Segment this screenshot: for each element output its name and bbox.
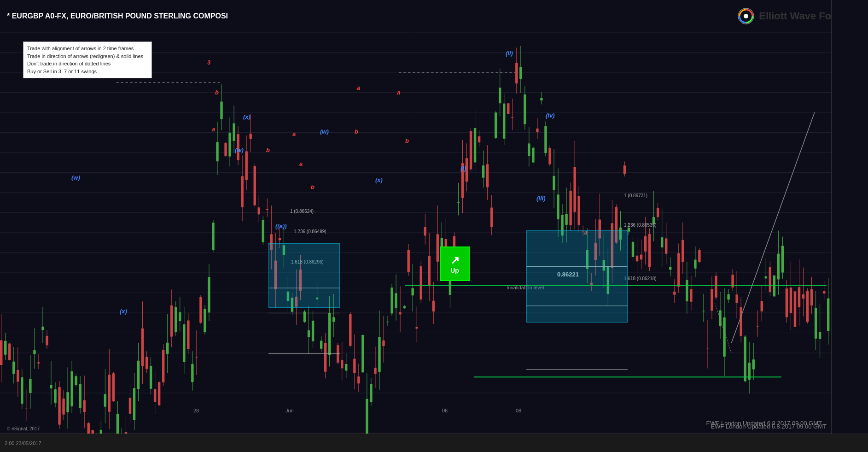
info-line-3: Don't trade in direction of dotted lines: [27, 60, 148, 68]
chart-title: * EURGBP A0-FX, EURO/BRITISH POUND STERL…: [7, 12, 738, 20]
cyan-box-2: [526, 230, 628, 323]
cyan-box-1: [268, 243, 340, 308]
up-arrow-icon: ↗: [450, 254, 460, 267]
bottom-time: 2:00 23/05/2017: [5, 440, 41, 446]
bottom-bar: 2:00 23/05/2017: [0, 434, 868, 452]
header-bar: * EURGBP A0-FX, EURO/BRITISH POUND STERL…: [0, 0, 868, 32]
esignal-label: © eSignal, 2017: [7, 426, 40, 431]
svg-point-1: [744, 14, 748, 18]
ewf-logo-icon: [738, 8, 754, 24]
up-label: Up: [450, 267, 459, 274]
chart-container: * EURGBP A0-FX, EURO/BRITISH POUND STERL…: [0, 0, 868, 452]
up-signal-box[interactable]: ↗ Up: [440, 247, 470, 281]
info-line-2: Trade in direction of arrows (red/green)…: [27, 53, 148, 60]
support-line: [405, 285, 827, 286]
timestamp-watermark: EWF London Updated 6.8.2017 09.00 GMT: [706, 420, 822, 427]
info-line-4: Buy or Sell in 3, 7 or 11 swings: [27, 68, 148, 76]
price-scale: [831, 0, 868, 452]
info-line-1: Trade with alignment of arrows in 2 time…: [27, 45, 148, 53]
info-box: Trade with alignment of arrows in 2 time…: [23, 41, 152, 78]
